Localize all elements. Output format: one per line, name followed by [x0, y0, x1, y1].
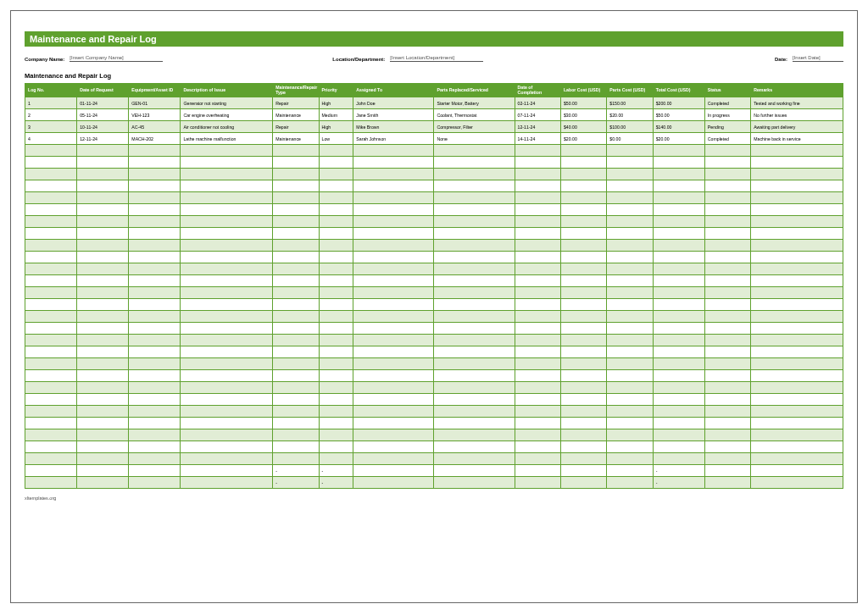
- cell-status[interactable]: Pending: [704, 121, 750, 133]
- cell-parts[interactable]: [434, 180, 515, 192]
- cell-status[interactable]: [704, 240, 750, 252]
- cell-assigned[interactable]: [353, 346, 434, 358]
- cell-type[interactable]: -: [273, 465, 319, 477]
- cell-assigned[interactable]: [353, 216, 434, 228]
- cell-desc[interactable]: [181, 418, 273, 429]
- cell-labor[interactable]: [560, 263, 606, 275]
- cell-assigned[interactable]: [353, 228, 434, 240]
- cell-type[interactable]: [273, 287, 319, 299]
- cell-assigned[interactable]: Sarah Johnson: [353, 133, 434, 145]
- cell-parts_cost[interactable]: [607, 335, 653, 346]
- cell-labor[interactable]: [560, 429, 606, 441]
- cell-remarks[interactable]: [751, 240, 843, 252]
- cell-desc[interactable]: [181, 287, 273, 299]
- cell-total[interactable]: [653, 287, 704, 299]
- cell-parts_cost[interactable]: [607, 453, 653, 465]
- cell-remarks[interactable]: [751, 275, 843, 287]
- cell-date_compl[interactable]: [515, 406, 560, 418]
- cell-desc[interactable]: Generator not starting: [181, 97, 273, 109]
- cell-log_no[interactable]: 4: [25, 133, 77, 145]
- cell-log_no[interactable]: [25, 204, 77, 216]
- cell-equip[interactable]: [129, 323, 181, 335]
- cell-priority[interactable]: [319, 358, 353, 370]
- cell-status[interactable]: [704, 311, 750, 323]
- cell-equip[interactable]: [129, 204, 181, 216]
- cell-labor[interactable]: [560, 169, 606, 180]
- cell-date_compl[interactable]: 14-11-24: [515, 133, 560, 145]
- cell-remarks[interactable]: Awaiting part delivery: [751, 121, 843, 133]
- cell-log_no[interactable]: [25, 441, 77, 453]
- cell-parts_cost[interactable]: [607, 180, 653, 192]
- cell-assigned[interactable]: [353, 263, 434, 275]
- cell-equip[interactable]: VEH-123: [129, 109, 181, 121]
- cell-status[interactable]: [704, 252, 750, 263]
- cell-desc[interactable]: [181, 394, 273, 406]
- cell-assigned[interactable]: [353, 240, 434, 252]
- cell-log_no[interactable]: [25, 216, 77, 228]
- cell-parts_cost[interactable]: [607, 204, 653, 216]
- cell-total[interactable]: [653, 252, 704, 263]
- cell-total[interactable]: [653, 228, 704, 240]
- cell-equip[interactable]: [129, 169, 181, 180]
- cell-total[interactable]: [653, 323, 704, 335]
- cell-date_compl[interactable]: [515, 453, 560, 465]
- cell-parts[interactable]: [434, 228, 515, 240]
- cell-date_compl[interactable]: [515, 441, 560, 453]
- cell-priority[interactable]: [319, 453, 353, 465]
- cell-priority[interactable]: [319, 311, 353, 323]
- cell-status[interactable]: Completed: [704, 97, 750, 109]
- cell-assigned[interactable]: [353, 311, 434, 323]
- cell-priority[interactable]: [319, 252, 353, 263]
- cell-status[interactable]: [704, 441, 750, 453]
- cell-desc[interactable]: Air conditioner not cooling: [181, 121, 273, 133]
- cell-priority[interactable]: [319, 323, 353, 335]
- cell-labor[interactable]: $20.00: [560, 133, 606, 145]
- cell-log_no[interactable]: [25, 429, 77, 441]
- cell-assigned[interactable]: [353, 252, 434, 263]
- cell-assigned[interactable]: [353, 323, 434, 335]
- cell-log_no[interactable]: [25, 228, 77, 240]
- cell-parts_cost[interactable]: [607, 370, 653, 382]
- cell-date_compl[interactable]: [515, 216, 560, 228]
- cell-remarks[interactable]: [751, 441, 843, 453]
- cell-parts_cost[interactable]: $150.00: [607, 97, 653, 109]
- cell-parts_cost[interactable]: [607, 358, 653, 370]
- cell-type[interactable]: [273, 323, 319, 335]
- cell-assigned[interactable]: [353, 441, 434, 453]
- cell-status[interactable]: [704, 382, 750, 394]
- cell-date_compl[interactable]: [515, 287, 560, 299]
- cell-assigned[interactable]: [353, 204, 434, 216]
- cell-remarks[interactable]: [751, 252, 843, 263]
- cell-type[interactable]: [273, 145, 319, 157]
- cell-status[interactable]: [704, 335, 750, 346]
- cell-remarks[interactable]: [751, 370, 843, 382]
- cell-parts[interactable]: [434, 299, 515, 311]
- cell-assigned[interactable]: Jane Smith: [353, 109, 434, 121]
- cell-remarks[interactable]: [751, 418, 843, 429]
- cell-total[interactable]: [653, 192, 704, 204]
- cell-equip[interactable]: [129, 263, 181, 275]
- cell-assigned[interactable]: [353, 275, 434, 287]
- cell-desc[interactable]: [181, 441, 273, 453]
- cell-remarks[interactable]: [751, 358, 843, 370]
- cell-status[interactable]: [704, 275, 750, 287]
- cell-date_compl[interactable]: [515, 477, 560, 489]
- cell-status[interactable]: [704, 406, 750, 418]
- cell-total[interactable]: [653, 406, 704, 418]
- cell-type[interactable]: [273, 311, 319, 323]
- cell-type[interactable]: [273, 240, 319, 252]
- cell-labor[interactable]: [560, 252, 606, 263]
- cell-type[interactable]: Maintenance: [273, 109, 319, 121]
- cell-log_no[interactable]: [25, 169, 77, 180]
- cell-priority[interactable]: [319, 441, 353, 453]
- cell-labor[interactable]: [560, 418, 606, 429]
- cell-log_no[interactable]: [25, 406, 77, 418]
- cell-log_no[interactable]: [25, 180, 77, 192]
- cell-date_compl[interactable]: [515, 323, 560, 335]
- cell-desc[interactable]: [181, 145, 273, 157]
- cell-parts[interactable]: [434, 429, 515, 441]
- cell-parts_cost[interactable]: [607, 192, 653, 204]
- cell-log_no[interactable]: [25, 252, 77, 263]
- cell-type[interactable]: [273, 204, 319, 216]
- cell-date_compl[interactable]: [515, 429, 560, 441]
